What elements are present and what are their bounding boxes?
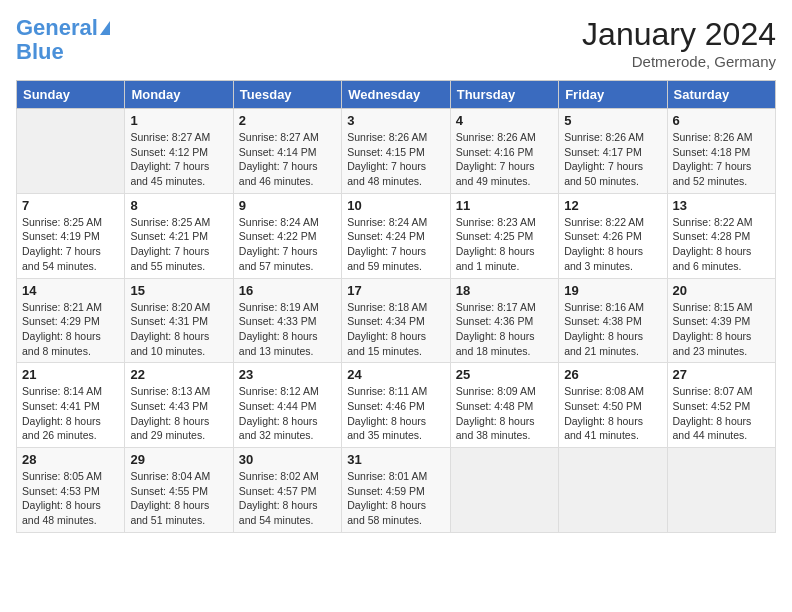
day-cell: 22Sunrise: 8:13 AMSunset: 4:43 PMDayligh… — [125, 363, 233, 448]
day-cell: 28Sunrise: 8:05 AMSunset: 4:53 PMDayligh… — [17, 448, 125, 533]
week-row-5: 28Sunrise: 8:05 AMSunset: 4:53 PMDayligh… — [17, 448, 776, 533]
day-info: Sunrise: 8:22 AMSunset: 4:28 PMDaylight:… — [673, 215, 770, 274]
day-info: Sunrise: 8:05 AMSunset: 4:53 PMDaylight:… — [22, 469, 119, 528]
day-cell: 17Sunrise: 8:18 AMSunset: 4:34 PMDayligh… — [342, 278, 450, 363]
day-number: 13 — [673, 198, 770, 213]
day-cell: 19Sunrise: 8:16 AMSunset: 4:38 PMDayligh… — [559, 278, 667, 363]
page-container: General Blue January 2024 Detmerode, Ger… — [0, 0, 792, 541]
day-number: 30 — [239, 452, 336, 467]
day-info: Sunrise: 8:07 AMSunset: 4:52 PMDaylight:… — [673, 384, 770, 443]
day-info: Sunrise: 8:21 AMSunset: 4:29 PMDaylight:… — [22, 300, 119, 359]
day-cell — [559, 448, 667, 533]
day-cell: 27Sunrise: 8:07 AMSunset: 4:52 PMDayligh… — [667, 363, 775, 448]
day-info: Sunrise: 8:23 AMSunset: 4:25 PMDaylight:… — [456, 215, 553, 274]
day-info: Sunrise: 8:25 AMSunset: 4:19 PMDaylight:… — [22, 215, 119, 274]
day-cell — [17, 109, 125, 194]
week-row-1: 1Sunrise: 8:27 AMSunset: 4:12 PMDaylight… — [17, 109, 776, 194]
day-cell: 7Sunrise: 8:25 AMSunset: 4:19 PMDaylight… — [17, 193, 125, 278]
day-cell: 14Sunrise: 8:21 AMSunset: 4:29 PMDayligh… — [17, 278, 125, 363]
day-cell: 13Sunrise: 8:22 AMSunset: 4:28 PMDayligh… — [667, 193, 775, 278]
day-info: Sunrise: 8:04 AMSunset: 4:55 PMDaylight:… — [130, 469, 227, 528]
day-number: 24 — [347, 367, 444, 382]
day-number: 4 — [456, 113, 553, 128]
day-number: 10 — [347, 198, 444, 213]
title-block: January 2024 Detmerode, Germany — [582, 16, 776, 70]
day-number: 25 — [456, 367, 553, 382]
day-cell: 2Sunrise: 8:27 AMSunset: 4:14 PMDaylight… — [233, 109, 341, 194]
logo-general: General — [16, 15, 98, 40]
day-info: Sunrise: 8:27 AMSunset: 4:14 PMDaylight:… — [239, 130, 336, 189]
week-row-4: 21Sunrise: 8:14 AMSunset: 4:41 PMDayligh… — [17, 363, 776, 448]
day-number: 2 — [239, 113, 336, 128]
day-number: 21 — [22, 367, 119, 382]
day-info: Sunrise: 8:24 AMSunset: 4:22 PMDaylight:… — [239, 215, 336, 274]
column-header-sunday: Sunday — [17, 81, 125, 109]
logo-text: General — [16, 16, 98, 40]
header: General Blue January 2024 Detmerode, Ger… — [16, 16, 776, 70]
header-row: SundayMondayTuesdayWednesdayThursdayFrid… — [17, 81, 776, 109]
day-info: Sunrise: 8:26 AMSunset: 4:17 PMDaylight:… — [564, 130, 661, 189]
column-header-saturday: Saturday — [667, 81, 775, 109]
day-info: Sunrise: 8:14 AMSunset: 4:41 PMDaylight:… — [22, 384, 119, 443]
day-info: Sunrise: 8:19 AMSunset: 4:33 PMDaylight:… — [239, 300, 336, 359]
day-number: 3 — [347, 113, 444, 128]
day-cell: 30Sunrise: 8:02 AMSunset: 4:57 PMDayligh… — [233, 448, 341, 533]
logo-triangle-icon — [100, 21, 110, 35]
day-info: Sunrise: 8:24 AMSunset: 4:24 PMDaylight:… — [347, 215, 444, 274]
day-info: Sunrise: 8:26 AMSunset: 4:15 PMDaylight:… — [347, 130, 444, 189]
day-info: Sunrise: 8:26 AMSunset: 4:16 PMDaylight:… — [456, 130, 553, 189]
day-info: Sunrise: 8:15 AMSunset: 4:39 PMDaylight:… — [673, 300, 770, 359]
day-number: 31 — [347, 452, 444, 467]
day-number: 22 — [130, 367, 227, 382]
day-number: 12 — [564, 198, 661, 213]
day-info: Sunrise: 8:13 AMSunset: 4:43 PMDaylight:… — [130, 384, 227, 443]
day-number: 14 — [22, 283, 119, 298]
column-header-thursday: Thursday — [450, 81, 558, 109]
day-info: Sunrise: 8:02 AMSunset: 4:57 PMDaylight:… — [239, 469, 336, 528]
month-title: January 2024 — [582, 16, 776, 53]
day-info: Sunrise: 8:09 AMSunset: 4:48 PMDaylight:… — [456, 384, 553, 443]
day-number: 7 — [22, 198, 119, 213]
week-row-2: 7Sunrise: 8:25 AMSunset: 4:19 PMDaylight… — [17, 193, 776, 278]
day-cell — [667, 448, 775, 533]
day-number: 27 — [673, 367, 770, 382]
week-row-3: 14Sunrise: 8:21 AMSunset: 4:29 PMDayligh… — [17, 278, 776, 363]
day-cell: 10Sunrise: 8:24 AMSunset: 4:24 PMDayligh… — [342, 193, 450, 278]
day-info: Sunrise: 8:16 AMSunset: 4:38 PMDaylight:… — [564, 300, 661, 359]
day-number: 26 — [564, 367, 661, 382]
day-cell: 15Sunrise: 8:20 AMSunset: 4:31 PMDayligh… — [125, 278, 233, 363]
day-number: 9 — [239, 198, 336, 213]
day-info: Sunrise: 8:18 AMSunset: 4:34 PMDaylight:… — [347, 300, 444, 359]
day-number: 18 — [456, 283, 553, 298]
day-cell: 21Sunrise: 8:14 AMSunset: 4:41 PMDayligh… — [17, 363, 125, 448]
day-cell: 12Sunrise: 8:22 AMSunset: 4:26 PMDayligh… — [559, 193, 667, 278]
column-header-friday: Friday — [559, 81, 667, 109]
day-cell: 9Sunrise: 8:24 AMSunset: 4:22 PMDaylight… — [233, 193, 341, 278]
day-cell: 23Sunrise: 8:12 AMSunset: 4:44 PMDayligh… — [233, 363, 341, 448]
day-info: Sunrise: 8:25 AMSunset: 4:21 PMDaylight:… — [130, 215, 227, 274]
day-number: 20 — [673, 283, 770, 298]
day-number: 17 — [347, 283, 444, 298]
day-info: Sunrise: 8:12 AMSunset: 4:44 PMDaylight:… — [239, 384, 336, 443]
day-info: Sunrise: 8:11 AMSunset: 4:46 PMDaylight:… — [347, 384, 444, 443]
day-info: Sunrise: 8:22 AMSunset: 4:26 PMDaylight:… — [564, 215, 661, 274]
day-number: 5 — [564, 113, 661, 128]
day-cell: 25Sunrise: 8:09 AMSunset: 4:48 PMDayligh… — [450, 363, 558, 448]
day-info: Sunrise: 8:01 AMSunset: 4:59 PMDaylight:… — [347, 469, 444, 528]
day-cell: 1Sunrise: 8:27 AMSunset: 4:12 PMDaylight… — [125, 109, 233, 194]
day-number: 6 — [673, 113, 770, 128]
day-info: Sunrise: 8:20 AMSunset: 4:31 PMDaylight:… — [130, 300, 227, 359]
day-cell: 5Sunrise: 8:26 AMSunset: 4:17 PMDaylight… — [559, 109, 667, 194]
calendar-table: SundayMondayTuesdayWednesdayThursdayFrid… — [16, 80, 776, 533]
day-cell: 31Sunrise: 8:01 AMSunset: 4:59 PMDayligh… — [342, 448, 450, 533]
logo-blue: Blue — [16, 40, 64, 64]
day-number: 23 — [239, 367, 336, 382]
day-info: Sunrise: 8:27 AMSunset: 4:12 PMDaylight:… — [130, 130, 227, 189]
day-cell: 24Sunrise: 8:11 AMSunset: 4:46 PMDayligh… — [342, 363, 450, 448]
day-number: 15 — [130, 283, 227, 298]
logo: General Blue — [16, 16, 110, 64]
day-number: 16 — [239, 283, 336, 298]
column-header-monday: Monday — [125, 81, 233, 109]
day-info: Sunrise: 8:08 AMSunset: 4:50 PMDaylight:… — [564, 384, 661, 443]
day-number: 28 — [22, 452, 119, 467]
